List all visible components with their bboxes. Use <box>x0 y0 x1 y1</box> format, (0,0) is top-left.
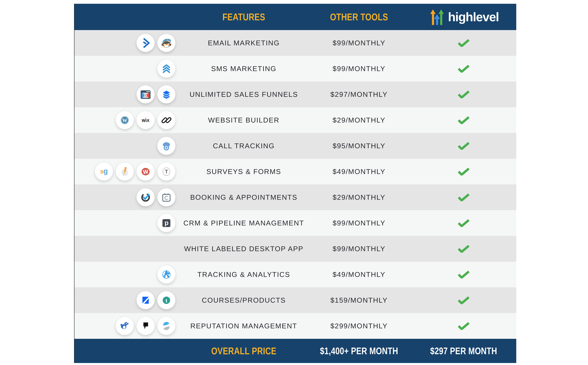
feature-name: CRM & PIPELINE MANAGEMENT <box>180 219 307 227</box>
table-row: tCOURSES/PRODUCTS$159/MONTHLY <box>74 287 516 313</box>
feature-label: BOOKING & APPOINTMENTS <box>190 193 297 201</box>
feature-name: EMAIL MARKETING <box>180 39 307 47</box>
highlevel-included <box>411 116 517 124</box>
mailchimp-icon: M <box>157 34 175 52</box>
footer-highlevel-total: $297 PER MONTH <box>411 345 517 356</box>
table-row: CALL TRACKING$95/MONTHLY <box>74 133 516 159</box>
feature-label: COURSES/PRODUCTS <box>202 296 286 304</box>
price-label: $99/MONTHLY <box>333 245 386 253</box>
table-row: BOOKING & APPOINTMENTS$29/MONTHLY <box>74 184 516 210</box>
typeform-icon: T <box>157 163 175 181</box>
check-icon <box>458 245 470 253</box>
tool-icons: p <box>74 214 180 232</box>
brand-name: highlevel <box>448 10 499 24</box>
feature-label: CRM & PIPELINE MANAGEMENT <box>183 219 304 227</box>
tool-icons <box>74 85 180 103</box>
other-tools-price: $29/MONTHLY <box>307 193 411 201</box>
tool-icons: t <box>74 291 180 309</box>
wordpress-icon: W <box>116 111 134 129</box>
svg-text:T: T <box>165 169 168 175</box>
price-label: $49/MONTHLY <box>333 270 386 279</box>
table-row: SMS MARKETING$99/MONTHLY <box>74 56 516 82</box>
table-row: sgWTSURVEYS & FORMS$49/MONTHLY <box>74 159 516 184</box>
check-icon <box>458 116 470 124</box>
teachable-icon: t <box>157 291 175 309</box>
highlevel-included <box>411 39 517 47</box>
table-row: pCRM & PIPELINE MANAGEMENT$99/MONTHLY <box>74 210 516 236</box>
highlevel-included <box>411 65 517 73</box>
highlevel-included <box>411 296 517 304</box>
other-tools-price: $159/MONTHLY <box>307 296 411 304</box>
check-icon <box>458 219 470 227</box>
header-other-tools: OTHER TOOLS <box>307 11 411 23</box>
comparison-table: FEATURES OTHER TOOLS highlevel MEMAIL MA… <box>74 4 516 363</box>
activecampaign-icon <box>136 34 155 52</box>
callrail-phone-icon <box>157 137 175 155</box>
kajabi-icon <box>136 291 155 309</box>
price-label: $49/MONTHLY <box>333 168 386 176</box>
check-icon <box>458 322 470 330</box>
svg-text:M: M <box>167 38 168 41</box>
price-label: $95/MONTHLY <box>333 142 386 150</box>
svg-text:s: s <box>100 168 104 175</box>
highlevel-included <box>411 168 517 175</box>
svg-text:t: t <box>165 297 167 303</box>
pipedrive-icon: p <box>157 214 175 232</box>
tool-icons <box>74 137 180 155</box>
tool-icons <box>74 317 180 335</box>
other-tools-price: $99/MONTHLY <box>307 219 411 227</box>
highlevel-included <box>411 271 517 278</box>
booking-check-icon <box>136 188 155 206</box>
highlevel-included <box>411 322 517 330</box>
slicktext-chevrons-icon <box>157 60 175 78</box>
clickfunnels-icon <box>136 85 155 103</box>
tool-icons: WWiX <box>74 111 180 129</box>
price-label: $29/MONTHLY <box>333 116 386 124</box>
table-row: WWiXWEBSITE BUILDER$29/MONTHLY <box>74 107 516 133</box>
feature-label: SURVEYS & FORMS <box>206 168 281 176</box>
squarespace-icon <box>157 111 175 129</box>
highlevel-included <box>411 91 517 98</box>
other-tools-price: $49/MONTHLY <box>307 168 411 176</box>
table-row: UNLIMITED SALES FUNNELS$297/MONTHLY <box>74 82 516 107</box>
table-row: REPUTATION MANAGEMENT$299/MONTHLY <box>74 313 516 339</box>
price-label: $297/MONTHLY <box>330 90 387 98</box>
check-icon <box>458 271 470 278</box>
highlevel-included <box>411 142 517 150</box>
feature-name: UNLIMITED SALES FUNNELS <box>180 90 307 98</box>
svg-text:W: W <box>122 117 127 123</box>
check-icon <box>458 39 470 47</box>
table-row: WHITE LABELED DESKTOP APP$99/MONTHLY <box>74 236 516 262</box>
footer-other-tools-total: $1,400+ PER MONTH <box>307 345 411 356</box>
tool-icons <box>74 60 180 78</box>
check-icon <box>458 65 470 73</box>
table-row: TRACKING & ANALYTICS$49/MONTHLY <box>74 262 516 287</box>
table-row: MEMAIL MARKETING$99/MONTHLY <box>74 30 516 56</box>
tool-icons: sgWT <box>74 163 180 181</box>
other-tools-price: $99/MONTHLY <box>307 39 411 47</box>
feature-name: WHITE LABELED DESKTOP APP <box>180 245 307 253</box>
check-icon <box>458 296 470 304</box>
gatherup-icon <box>136 317 155 335</box>
price-label: $99/MONTHLY <box>333 39 386 47</box>
feature-name: REPUTATION MANAGEMENT <box>180 322 307 330</box>
highlevel-logo: highlevel <box>411 8 517 26</box>
table-footer: OVERALL PRICE $1,400+ PER MONTH $297 PER… <box>74 339 516 363</box>
form-pencil-icon <box>116 163 134 181</box>
check-icon <box>458 194 470 201</box>
feature-name: TRACKING & ANALYTICS <box>180 270 307 279</box>
feature-name: COURSES/PRODUCTS <box>180 296 307 304</box>
tool-icons <box>74 188 180 206</box>
feature-name: SURVEYS & FORMS <box>180 168 307 176</box>
header-features: FEATURES <box>180 11 307 23</box>
other-tools-price: $299/MONTHLY <box>307 322 411 330</box>
wufoo-icon: W <box>136 163 155 181</box>
tool-icons: M <box>74 34 180 52</box>
podium-icon <box>157 317 175 335</box>
footer-overall-price-label: OVERALL PRICE <box>180 345 307 357</box>
feature-label: WHITE LABELED DESKTOP APP <box>184 245 303 253</box>
price-label: $99/MONTHLY <box>333 65 386 73</box>
highlevel-included <box>411 194 517 201</box>
feature-name: CALL TRACKING <box>180 142 307 150</box>
check-icon <box>458 91 470 98</box>
